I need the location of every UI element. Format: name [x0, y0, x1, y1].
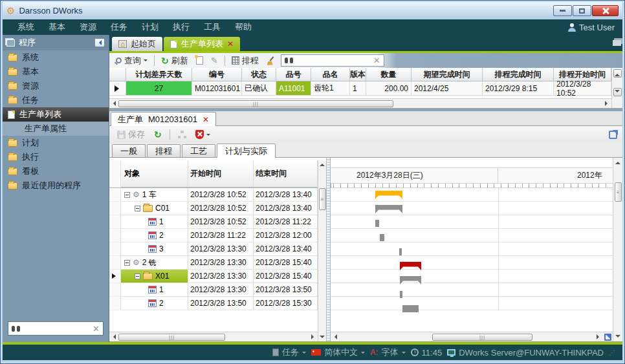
- save-button[interactable]: 保存: [115, 128, 148, 141]
- window-list-icon[interactable]: [613, 40, 621, 46]
- scroll-up-button[interactable]: [613, 69, 622, 78]
- gantt-bar[interactable]: [399, 248, 402, 255]
- scroll-up-icon[interactable]: [320, 161, 325, 166]
- clear-search-icon[interactable]: ✕: [373, 56, 380, 65]
- hscroll-thumb[interactable]: |||: [118, 334, 225, 341]
- sidebar-item-task[interactable]: 任务: [3, 93, 109, 107]
- gantt-bar[interactable]: [375, 205, 402, 213]
- collapse-toggle[interactable]: [124, 260, 130, 266]
- gantt-bar[interactable]: [380, 234, 384, 241]
- grid-vscrollbar[interactable]: [611, 68, 622, 108]
- collapse-toggle[interactable]: [124, 192, 130, 198]
- hscroll-thumb[interactable]: |||: [118, 100, 393, 107]
- refresh-button[interactable]: ↻ 刷新: [159, 54, 191, 67]
- scroll-left-icon[interactable]: [332, 334, 337, 339]
- menu-tools[interactable]: 工具: [204, 21, 221, 33]
- tree-row-task[interactable]: 2 2012/3/28 11:22 2012/3/28 12:00: [109, 229, 318, 242]
- vscroll-thumb[interactable]: ≡: [319, 188, 326, 210]
- hscroll-thumb[interactable]: |||: [432, 334, 533, 341]
- sidebar-item-plan[interactable]: 计划: [3, 136, 109, 150]
- gantt-vscrollbar[interactable]: ≡: [613, 158, 622, 341]
- sidebar-item-recent-programs[interactable]: 最近使用的程序: [3, 178, 109, 193]
- popout-icon[interactable]: [609, 131, 617, 139]
- minimize-button[interactable]: [553, 5, 572, 16]
- refresh-detail-button[interactable]: ↻: [151, 129, 164, 140]
- grid-data-row[interactable]: 27 M012031601 已确认 A11001 齿轮1 1 200.00 20…: [109, 81, 611, 96]
- scroll-down-icon[interactable]: [320, 336, 325, 341]
- title-bar[interactable]: ⚙ Darsson DWorks: [3, 2, 622, 19]
- menu-help[interactable]: 帮助: [235, 21, 252, 33]
- sidebar-item-board[interactable]: 看板: [3, 164, 109, 178]
- tree-row-task[interactable]: 1 2012/3/28 13:30 2012/3/28 13:50: [109, 283, 318, 297]
- vscroll-thumb[interactable]: ≡: [615, 182, 622, 202]
- tab-schedule[interactable]: 排程: [147, 144, 181, 157]
- new-button[interactable]: [193, 56, 206, 65]
- gantt-bar[interactable]: [375, 191, 402, 199]
- tree-header-start[interactable]: 开始时间: [188, 160, 254, 187]
- grid-header[interactable]: 版本: [350, 68, 366, 81]
- gantt-bar[interactable]: [400, 276, 421, 284]
- maximize-button[interactable]: [573, 5, 591, 16]
- status-font-menu[interactable]: A: 字体: [370, 347, 406, 358]
- detail-tab-close-icon[interactable]: ✕: [203, 116, 209, 123]
- status-task-menu[interactable]: 任务: [272, 347, 306, 358]
- scroll-right-icon[interactable]: [605, 101, 610, 106]
- collapse-toggle[interactable]: [135, 206, 140, 211]
- tree-hscrollbar[interactable]: |||: [109, 332, 318, 341]
- scroll-right-icon[interactable]: [311, 334, 316, 339]
- sidebar-collapse-button[interactable]: [94, 38, 105, 47]
- schedule-button[interactable]: 排程: [229, 54, 261, 67]
- structure-button[interactable]: [175, 130, 189, 139]
- sidebar-item-basic[interactable]: 基本: [3, 65, 109, 79]
- gantt-bar[interactable]: [400, 262, 421, 270]
- tab-close-icon[interactable]: ✕: [227, 40, 234, 48]
- edit-button[interactable]: ✎: [208, 55, 221, 66]
- tree-row-machine-1[interactable]: ⚙1 车 2012/3/28 10:52 2012/3/28 13:40: [109, 188, 318, 202]
- gantt-bar[interactable]: [375, 220, 379, 227]
- grid-header[interactable]: 编号: [192, 68, 242, 81]
- current-user[interactable]: Test User: [568, 23, 615, 32]
- gantt-day-1[interactable]: 2012年3月28日(三): [331, 168, 498, 183]
- clear-search-icon[interactable]: ✕: [93, 325, 100, 333]
- tree-header-end[interactable]: 结束时间: [254, 160, 318, 187]
- grid-header[interactable]: 排程完成时间: [483, 68, 554, 81]
- menu-system[interactable]: 系统: [17, 21, 34, 33]
- scroll-right-icon[interactable]: [597, 334, 602, 339]
- tree-row-task[interactable]: 1 2012/3/28 10:52 2012/3/28 11:22: [109, 215, 318, 229]
- tree-vscrollbar[interactable]: ≡: [318, 160, 326, 341]
- tree-row-group-x01-selected[interactable]: X01 2012/3/28 13:30 2012/3/28 15:40: [109, 270, 318, 283]
- menu-execute[interactable]: 执行: [173, 21, 190, 33]
- grid-hscrollbar[interactable]: |||: [109, 98, 611, 108]
- sidebar-item-production-order-props[interactable]: 生产单属性: [3, 122, 109, 136]
- tree-row-task[interactable]: 2 2012/3/28 13:50 2012/3/28 15:30: [109, 297, 318, 310]
- scroll-left-icon[interactable]: [111, 334, 116, 339]
- query-button[interactable]: 查询: [113, 54, 150, 67]
- tab-production-order-list[interactable]: 生产单列表 ✕: [164, 37, 240, 51]
- sidebar-item-execute[interactable]: 执行: [3, 150, 109, 164]
- grid-header[interactable]: 数量: [366, 68, 411, 81]
- sidebar-search-input[interactable]: [23, 324, 89, 333]
- gantt-popout-icon[interactable]: [604, 334, 611, 341]
- quick-search-input[interactable]: [296, 56, 370, 65]
- tree-row-machine-2[interactable]: ⚙2 铣 2012/3/28 13:30 2012/3/28 15:40: [109, 256, 318, 270]
- status-language-menu[interactable]: 简体中文: [311, 347, 365, 358]
- grid-header[interactable]: 期望完成时间: [411, 68, 483, 81]
- tab-general[interactable]: 一般: [112, 144, 146, 157]
- gantt-hscrollbar[interactable]: |||: [331, 332, 613, 341]
- tree-header-object[interactable]: 对象: [121, 160, 188, 187]
- menu-resource[interactable]: 资源: [80, 21, 96, 33]
- clean-button[interactable]: [264, 56, 278, 66]
- scroll-down-button[interactable]: [613, 88, 622, 96]
- gantt-bar[interactable]: [402, 305, 419, 312]
- scroll-left-icon[interactable]: [111, 101, 116, 106]
- tree-row-task[interactable]: 3 2012/3/28 13:30 2012/3/28 13:40: [109, 242, 318, 256]
- menu-task[interactable]: 任务: [111, 21, 127, 33]
- tab-plan-vs-actual[interactable]: 计划与实际: [217, 144, 276, 158]
- grid-header[interactable]: 品名: [311, 68, 350, 81]
- sidebar-item-production-order-list[interactable]: 生产单列表: [3, 107, 109, 122]
- sidebar-item-system[interactable]: 系统: [3, 50, 109, 65]
- scroll-up-icon[interactable]: [615, 159, 620, 164]
- scroll-down-icon[interactable]: [615, 335, 620, 340]
- grid-header[interactable]: 状态: [242, 68, 276, 81]
- grid-header[interactable]: 计划差异天数: [126, 68, 192, 81]
